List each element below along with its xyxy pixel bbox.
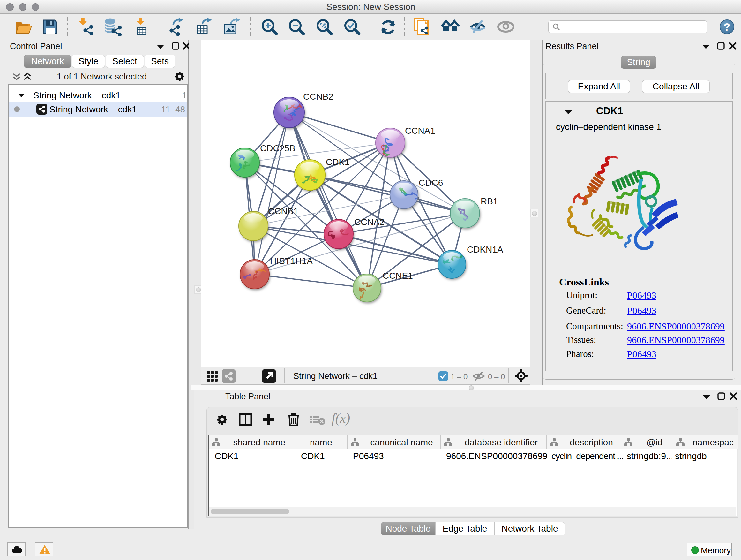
svg-text:CCNB2: CCNB2	[303, 91, 333, 102]
svg-text:CDC25B: CDC25B	[260, 143, 295, 153]
svg-text:HIST1H1A: HIST1H1A	[270, 256, 313, 266]
svg-text:CCNA2: CCNA2	[354, 217, 385, 227]
svg-text:CCNE1: CCNE1	[383, 271, 413, 281]
svg-text:CDK1: CDK1	[326, 157, 350, 167]
svg-text:CDC6: CDC6	[419, 178, 443, 188]
svg-text:CDKN1A: CDKN1A	[467, 245, 503, 254]
svg-text:CCNA1: CCNA1	[405, 126, 435, 136]
svg-text:RB1: RB1	[481, 196, 498, 206]
svg-text:CCNB1: CCNB1	[268, 206, 298, 216]
